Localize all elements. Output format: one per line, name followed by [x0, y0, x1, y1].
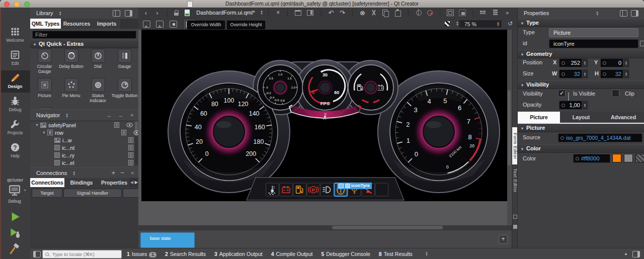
library-item-gauge[interactable]: Gauge: [111, 49, 138, 69]
properties-updown-icon[interactable]: ▲▼: [596, 11, 599, 16]
library-item-circular-gauge[interactable]: Circular Gauge: [31, 49, 58, 74]
color-input[interactable]: #ff8000: [573, 154, 610, 163]
section-type[interactable]: ▾Type: [518, 19, 644, 27]
library-item-status-indicator[interactable]: Status Indicator: [85, 78, 111, 103]
current-document-label[interactable]: DashboardForm.ui.qml*: [194, 8, 257, 18]
opacity-input[interactable]: 1,00▲▼: [559, 101, 588, 110]
library-updown-icon[interactable]: ▲▼: [59, 11, 62, 16]
connections-overflow-icon[interactable]: »: [131, 167, 134, 179]
pane-selector-icon[interactable]: ▲▼: [425, 251, 428, 256]
transparent-swatch[interactable]: [635, 154, 644, 162]
y-input[interactable]: 0▲▼: [600, 58, 629, 67]
h-input[interactable]: 32▲▼: [600, 69, 629, 78]
mode-design[interactable]: Design: [0, 70, 30, 93]
base-state-tab[interactable]: base state: [140, 232, 195, 248]
output-pane-application-output[interactable]: 3Application Output: [214, 251, 263, 257]
output-pane-issues[interactable]: 1Issues1: [127, 251, 156, 257]
properties-close-icon[interactable]: [631, 10, 638, 17]
id-action-icon[interactable]: [640, 41, 644, 46]
section-geometry[interactable]: ▾Geometry: [518, 50, 644, 58]
mode-welcome[interactable]: Welcome: [0, 24, 30, 46]
clip-checkbox[interactable]: ✓: [612, 90, 619, 97]
section-picture[interactable]: ▾Picture: [518, 124, 644, 132]
zoom-level-select[interactable]: ▲▼ 75 %: [459, 20, 502, 28]
navigator-back-icon[interactable]: ←: [107, 110, 112, 121]
toggle-left-sidebar-icon[interactable]: [33, 251, 41, 257]
strip-icon-bottom[interactable]: [513, 225, 517, 229]
x-input[interactable]: 252▲▼: [559, 58, 588, 67]
transparency-icon[interactable]: [445, 21, 450, 26]
library-item-delay-button[interactable]: Delay Button: [58, 49, 85, 69]
file-ref-icon[interactable]: [128, 160, 133, 165]
properties-split-icon[interactable]: [620, 10, 627, 17]
library-item-picture[interactable]: Picture: [31, 78, 58, 99]
tab-advanced[interactable]: Advanced: [602, 112, 644, 123]
form-editor-canvas[interactable]: 020406080100120140160180200 012345678200…: [138, 30, 512, 225]
run-button[interactable]: [9, 210, 22, 225]
tab-bindings[interactable]: Bindings: [64, 178, 99, 187]
column-target[interactable]: Target: [32, 189, 62, 198]
navigator-node-row[interactable]: ▼row: [30, 129, 147, 136]
redo-icon[interactable]: ↷: [338, 8, 347, 18]
back-icon[interactable]: ‹: [141, 8, 150, 18]
toolbar-overflow-icon[interactable]: »: [503, 8, 511, 18]
forward-icon[interactable]: ›: [152, 8, 162, 18]
source-input[interactable]: iso_grs_7000_4_1434A.dat: [558, 133, 642, 142]
override-height-button[interactable]: Override Height: [227, 21, 265, 29]
navigator-node-safetyPanel[interactable]: ▼safetyPanel: [30, 121, 140, 129]
tab-picture[interactable]: Picture: [518, 112, 560, 123]
is-visible-checkbox[interactable]: ✓: [558, 90, 566, 97]
library-close-icon[interactable]: [125, 10, 132, 17]
debug-run-button[interactable]: [9, 226, 22, 241]
mode-help[interactable]: Help: [0, 140, 30, 162]
w-input[interactable]: 32▲▼: [559, 69, 588, 78]
output-pane-test-results[interactable]: 8Test Results: [379, 251, 413, 257]
mode-projects[interactable]: Projects: [0, 117, 30, 139]
add-state-button[interactable]: +: [499, 235, 508, 244]
library-split-icon[interactable]: [113, 10, 120, 17]
connections-add-icon[interactable]: +: [111, 167, 115, 179]
output-pane-debugger-console[interactable]: 5Debugger Console: [321, 251, 370, 257]
tab-properties-bindings[interactable]: Properties: [99, 178, 130, 187]
warning-lamp-headlight[interactable]: [320, 183, 334, 196]
navigator-overflow-icon[interactable]: »: [130, 110, 133, 121]
navigator-forward-icon[interactable]: →: [118, 110, 123, 121]
warning-lamp-empty[interactable]: [375, 183, 388, 196]
canvas-vertical-scrollbar[interactable]: [507, 30, 511, 225]
undo-icon[interactable]: ↶: [327, 8, 336, 18]
file-ref-icon[interactable]: [128, 152, 133, 158]
file-ref-icon[interactable]: [128, 137, 133, 143]
type-value-field[interactable]: Picture: [549, 28, 638, 37]
tachometer-gauge[interactable]: 012345678200l/100 km: [390, 83, 488, 182]
library-item-dial[interactable]: Dial: [85, 49, 111, 69]
navigator-node-icel[interactable]: ic...el: [30, 159, 154, 166]
dashboard-rendering[interactable]: 020406080100120140160180200 012345678200…: [142, 59, 508, 201]
tabbar-scroll-right-icon[interactable]: ▶: [135, 180, 138, 185]
toggle-right-sidebar-icon[interactable]: [632, 251, 640, 257]
delete-icon[interactable]: ⊗: [358, 8, 367, 18]
navigator-updown-icon[interactable]: ▲▼: [65, 113, 68, 118]
gradient-swatch[interactable]: [624, 154, 633, 162]
library-item-toggle-button[interactable]: Toggle Button: [111, 78, 138, 99]
mode-edit[interactable]: Edit: [0, 47, 30, 69]
color-swatch[interactable]: [612, 154, 621, 162]
tabbar-scroll-left-icon[interactable]: ◀: [130, 180, 133, 185]
fuel-battery-gauge[interactable]: [348, 65, 393, 110]
file-ref-icon[interactable]: [114, 122, 119, 128]
output-pane-compile-output[interactable]: 4Compile Output: [271, 251, 313, 257]
id-input[interactable]: iconTyre: [549, 39, 638, 48]
column-extra[interactable]: [123, 189, 139, 198]
tab-layout[interactable]: Layout: [560, 112, 603, 123]
tab-connections[interactable]: Connections: [30, 178, 65, 187]
library-item-pie-menu[interactable]: Pie Menu: [58, 78, 85, 99]
tab-imports[interactable]: Imports: [93, 19, 121, 29]
output-pane-search-results[interactable]: 2Search Results: [165, 251, 206, 257]
visibility-eye-icon[interactable]: [126, 123, 133, 127]
canvas-horizontal-scrollbar[interactable]: [138, 225, 512, 230]
document-dropdown-icon[interactable]: ▲▼: [260, 10, 263, 15]
boost-gauge[interactable]: 00.51.01.52.0-0.2-0.4-0.6-0.8: [258, 65, 303, 110]
build-button[interactable]: [9, 242, 22, 257]
pane-collapse-icon[interactable]: ▲: [624, 251, 628, 256]
file-ref-icon[interactable]: [128, 145, 133, 150]
strip-icon-top[interactable]: [513, 215, 517, 219]
